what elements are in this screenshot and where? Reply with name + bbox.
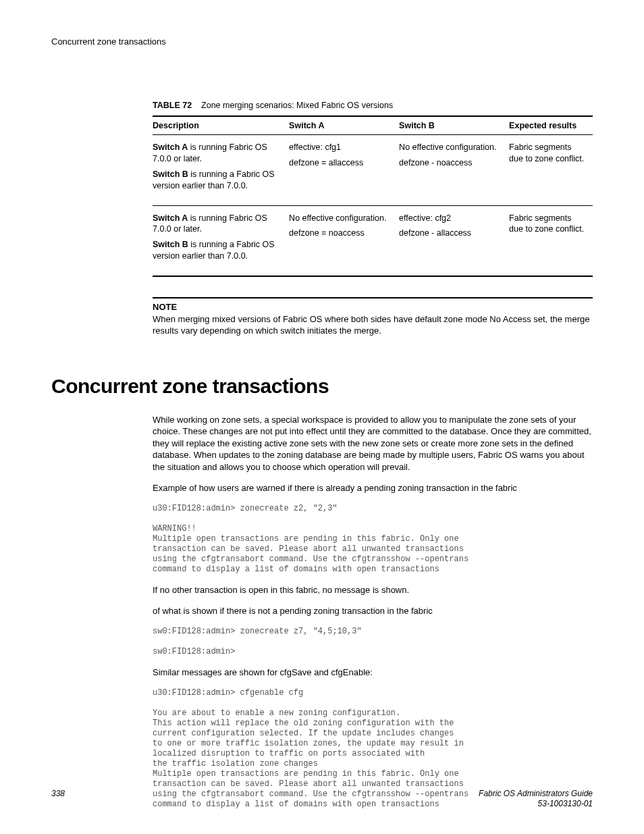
cell-text: effective: cfg2 bbox=[399, 213, 504, 224]
cell-text: No effective configuration. bbox=[289, 213, 394, 224]
zone-merge-table: Description Switch A Switch B Expected r… bbox=[153, 115, 593, 277]
body-paragraph: Example of how users are warned if there… bbox=[153, 482, 593, 494]
code-block: u30:FID128:admin> zonecreate z2, "2,3" W… bbox=[153, 504, 593, 575]
doc-title: Fabric OS Administrators Guide bbox=[479, 789, 593, 798]
cell-text: defzone - allaccess bbox=[399, 228, 504, 239]
page-number: 338 bbox=[51, 789, 65, 798]
cell-text: Fabric segments due to zone conflict. bbox=[509, 205, 593, 276]
cell-text: No effective configuration. bbox=[399, 142, 504, 153]
table-caption-text: Zone merging scenarios: Mixed Fabric OS … bbox=[201, 101, 393, 110]
table-caption-label: TABLE 72 bbox=[153, 101, 192, 110]
page-footer: 338 Fabric OS Administrators Guide 53-10… bbox=[51, 789, 593, 810]
cell-text: defzone = noaccess bbox=[289, 228, 394, 239]
section-title: Concurrent zone transactions bbox=[51, 375, 593, 398]
table-row: Switch A is running Fabric OS 7.0.0 or l… bbox=[153, 205, 593, 276]
table-row: Switch A is running Fabric OS 7.0.0 or l… bbox=[153, 135, 593, 206]
note-box: NOTE When merging mixed versions of Fabr… bbox=[153, 297, 593, 337]
cell-text: defzone = allaccess bbox=[289, 157, 394, 169]
doc-number: 53-1003130-01 bbox=[538, 799, 593, 808]
desc-bold: Switch B bbox=[153, 170, 188, 179]
th-switch-a: Switch A bbox=[289, 116, 399, 135]
desc-bold: Switch B bbox=[153, 240, 188, 249]
code-block: sw0:FID128:admin> zonecreate z7, "4,5;10… bbox=[153, 627, 593, 657]
desc-bold: Switch A bbox=[153, 213, 188, 223]
th-expected: Expected results bbox=[509, 116, 593, 135]
body-paragraph: of what is shown if there is not a pendi… bbox=[153, 605, 593, 617]
th-description: Description bbox=[153, 116, 289, 135]
note-label: NOTE bbox=[153, 301, 593, 313]
cell-text: Fabric segments due to zone conflict. bbox=[509, 135, 593, 206]
cell-text: effective: cfg1 bbox=[289, 142, 394, 153]
table-caption: TABLE 72 Zone merging scenarios: Mixed F… bbox=[153, 101, 593, 110]
running-header: Concurrent zone transactions bbox=[51, 36, 593, 47]
th-switch-b: Switch B bbox=[399, 116, 509, 135]
body-paragraph: Similar messages are shown for cfgSave a… bbox=[153, 667, 593, 679]
note-text: When merging mixed versions of Fabric OS… bbox=[153, 313, 593, 337]
body-paragraph: While working on zone sets, a special wo… bbox=[153, 414, 593, 473]
cell-text: defzone - noaccess bbox=[399, 157, 504, 169]
body-paragraph: If no other transaction is open in this … bbox=[153, 584, 593, 596]
desc-bold: Switch A bbox=[153, 142, 188, 152]
